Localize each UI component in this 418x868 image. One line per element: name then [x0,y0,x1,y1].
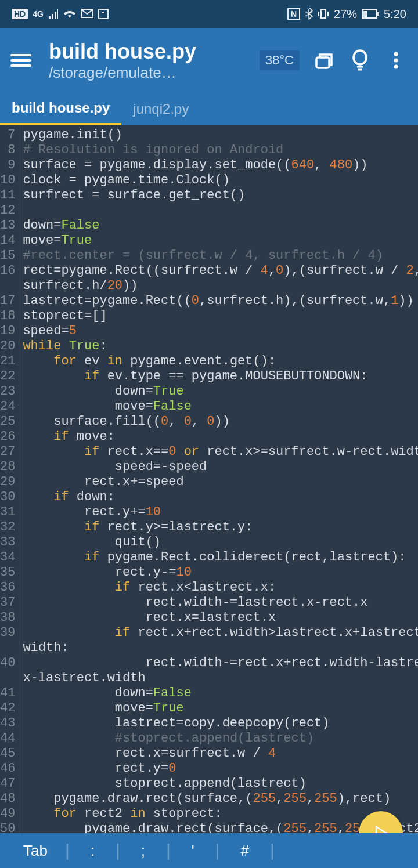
code-body[interactable]: pygame.init()# Resolution is ignored on … [19,125,418,833]
network-label: 4G [33,9,44,19]
hd-badge: HD [12,9,28,19]
svg-point-8 [394,52,398,56]
bluetooth-icon [305,8,313,20]
key-hash[interactable]: # [220,842,270,860]
status-left: HD 4G [12,9,109,19]
svg-point-7 [354,50,366,64]
svg-rect-5 [363,11,367,17]
svg-rect-6 [316,57,329,68]
key-tab[interactable]: Tab [0,842,65,860]
status-right: N 27% 5:20 [287,8,406,21]
clock-time: 5:20 [384,8,406,21]
temperature-badge: 38°C [260,50,300,70]
line-gutter: 7891011121314151617181920212223242526272… [0,125,19,833]
svg-rect-2 [321,10,326,18]
menu-button[interactable] [10,50,31,71]
key-semicolon[interactable]: ; [120,842,166,860]
mail-icon [81,9,93,19]
file-path: /storage/emulate… [49,64,260,82]
svg-rect-0 [99,9,108,19]
tab-build-house[interactable]: build house.py [0,93,121,125]
battery-percent: 27% [334,8,357,21]
more-menu-icon[interactable] [384,49,408,72]
restore-window-icon[interactable] [312,49,336,72]
file-title: build house.py [49,39,260,64]
status-bar: HD 4G N 27% 5:20 [0,0,418,28]
title-block: build house.py /storage/emulate… [49,39,260,82]
battery-icon [362,9,379,19]
svg-rect-4 [377,12,379,16]
key-quote[interactable]: ' [171,842,215,860]
tab-junqi2[interactable]: junqi2.py [121,93,200,125]
svg-rect-1 [102,12,105,13]
svg-point-10 [394,65,398,69]
app-bar: build house.py /storage/emulate… 38°C [0,28,418,93]
box-icon [98,9,109,19]
key-colon[interactable]: : [70,842,116,860]
svg-point-9 [394,59,398,63]
tab-bar: build house.py junqi2.py [0,93,418,125]
wifi-icon [63,9,76,19]
code-editor[interactable]: 7891011121314151617181920212223242526272… [0,125,418,833]
nfc-icon: N [287,8,300,20]
lightbulb-icon[interactable] [348,49,372,72]
vibrate-icon [318,8,329,20]
signal-icon [48,9,59,19]
symbol-row: Tab | : | ; | ' | # | [0,833,418,868]
